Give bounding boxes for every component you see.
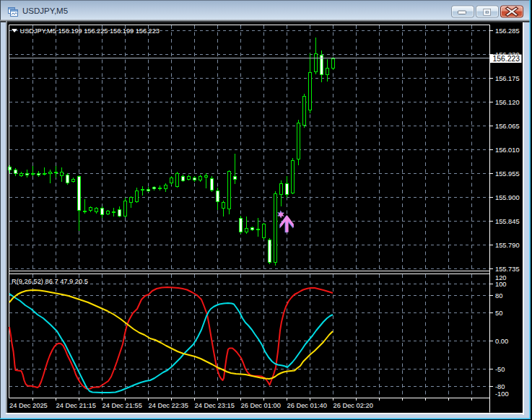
svg-text:155.790: 155.790 (495, 242, 520, 249)
svg-text:0.00: 0.00 (495, 338, 508, 345)
svg-text:156.223: 156.223 (493, 55, 520, 63)
svg-text:26 Dec 02:20: 26 Dec 02:20 (333, 402, 373, 409)
svg-text:24 Dec 21:15: 24 Dec 21:15 (56, 402, 96, 409)
svg-text:155.735: 155.735 (495, 266, 520, 273)
svg-text:156.175: 156.175 (495, 75, 520, 82)
svg-text:100: 100 (495, 281, 507, 288)
svg-text:26 Dec 01:00: 26 Dec 01:00 (241, 402, 281, 409)
svg-text:-50: -50 (495, 366, 505, 373)
svg-text:USDJPY,M5: USDJPY,M5 (22, 6, 68, 15)
svg-text:80: 80 (495, 292, 502, 299)
svg-text:24 Dec 21:55: 24 Dec 21:55 (103, 402, 142, 409)
svg-text:155.900: 155.900 (495, 194, 520, 201)
svg-text:-80: -80 (495, 383, 505, 390)
svg-text:24 Dec 23:15: 24 Dec 23:15 (195, 402, 235, 409)
svg-text:50: 50 (495, 310, 502, 317)
svg-text:24 Dec 22:35: 24 Dec 22:35 (149, 402, 188, 409)
svg-text:R(9,26,52) 86.7 47.9 20.5: R(9,26,52) 86.7 47.9 20.5 (12, 278, 88, 285)
svg-text:24 Dec 2025: 24 Dec 2025 (9, 402, 48, 409)
svg-text:156.120: 156.120 (495, 99, 520, 106)
svg-text:155.955: 155.955 (495, 170, 520, 178)
svg-text:USDJPY,M5 156.199 156.225 156: USDJPY,M5 156.199 156.225 156.199 156.22… (20, 27, 160, 35)
svg-text:-100: -100 (495, 390, 509, 398)
svg-text:156.065: 156.065 (495, 123, 520, 130)
svg-text:156.285: 156.285 (495, 27, 520, 35)
svg-text:155.845: 155.845 (495, 218, 520, 225)
svg-text:156.010: 156.010 (495, 146, 520, 154)
svg-text:26 Dec 01:40: 26 Dec 01:40 (287, 402, 327, 409)
